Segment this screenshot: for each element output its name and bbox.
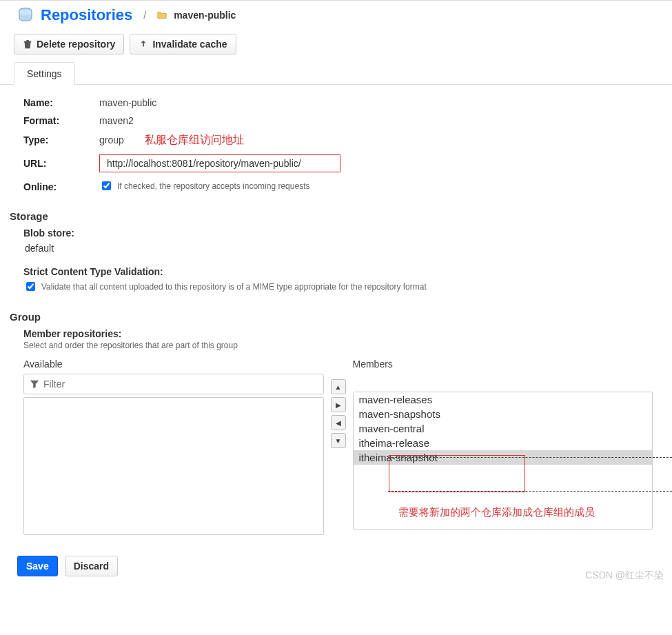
breadcrumb-separator: / (143, 10, 146, 21)
tab-settings[interactable]: Settings (14, 62, 75, 85)
online-checkbox[interactable] (102, 181, 111, 190)
repositories-link[interactable]: Repositories (41, 6, 132, 24)
database-icon (17, 7, 34, 23)
breadcrumb-current: maven-public (174, 10, 236, 21)
url-value[interactable]: http://localhost:8081/repository/maven-p… (99, 154, 340, 172)
filter-icon (30, 379, 39, 389)
url-label: URL: (23, 158, 99, 169)
members-label: Members (353, 359, 653, 370)
name-value: maven-public (99, 97, 156, 108)
available-label: Available (23, 359, 324, 370)
blob-store-label: Blob store: (23, 228, 653, 239)
filter-input[interactable] (39, 377, 318, 391)
available-list[interactable] (23, 397, 324, 535)
type-label: Type: (23, 134, 99, 145)
move-right-button[interactable]: ▶ (331, 397, 346, 412)
delete-label: Delete repository (37, 39, 115, 50)
breadcrumb: Repositories / maven-public (0, 0, 672, 30)
name-label: Name: (23, 97, 99, 108)
online-help: If checked, the repository accepts incom… (117, 181, 309, 191)
type-value: group (99, 134, 124, 145)
annotation-line (388, 457, 672, 458)
member-annotation: 需要将新加的两个仓库添加成仓库组的成员 (398, 506, 595, 519)
strict-validation-label: Strict Content Type Validation: (23, 266, 653, 277)
delete-repository-button[interactable]: Delete repository (14, 34, 124, 54)
filter-box[interactable] (23, 374, 324, 394)
strict-validation-help: Validate that all content uploaded to th… (41, 282, 427, 292)
discard-button[interactable]: Discard (65, 556, 118, 576)
save-button[interactable]: Save (17, 556, 58, 576)
folder-icon (157, 10, 167, 20)
strict-validation-checkbox[interactable] (26, 282, 35, 291)
list-item[interactable]: maven-releases (354, 392, 653, 407)
url-annotation: 私服仓库组访问地址 (145, 133, 244, 148)
list-item[interactable]: itheima-release (354, 436, 653, 450)
annotation-line (388, 491, 672, 492)
move-top-button[interactable]: ▲ (331, 379, 346, 394)
move-bottom-button[interactable]: ▼ (331, 433, 346, 448)
list-item[interactable]: maven-snapshots (354, 407, 653, 421)
group-heading: Group (10, 311, 653, 323)
blob-store-value: default (23, 240, 653, 256)
format-label: Format: (23, 115, 99, 126)
storage-heading: Storage (10, 210, 653, 222)
online-label: Online: (23, 181, 99, 192)
trash-icon (23, 39, 32, 49)
member-repos-help: Select and order the repositories that a… (23, 341, 653, 350)
invalidate-icon (139, 39, 148, 49)
move-left-button[interactable]: ◀ (331, 415, 346, 430)
format-value: maven2 (99, 115, 134, 126)
invalidate-label: Invalidate cache (152, 39, 227, 50)
list-item[interactable]: maven-central (354, 421, 653, 436)
member-repos-label: Member repositories: (23, 328, 653, 339)
invalidate-cache-button[interactable]: Invalidate cache (130, 34, 236, 54)
watermark: CSDN @红尘不染 (585, 570, 664, 582)
